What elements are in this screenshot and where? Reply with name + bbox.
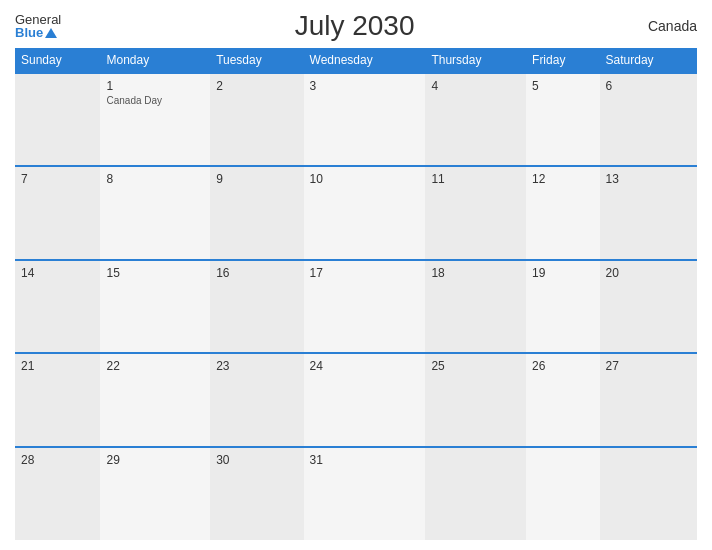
calendar-cell xyxy=(15,73,100,166)
weekday-header-tuesday: Tuesday xyxy=(210,48,303,73)
calendar-cell xyxy=(600,447,697,540)
day-number: 15 xyxy=(106,266,204,280)
day-number: 30 xyxy=(216,453,297,467)
day-number: 7 xyxy=(21,172,94,186)
calendar-week-row: 1Canada Day23456 xyxy=(15,73,697,166)
day-number: 1 xyxy=(106,79,204,93)
calendar-cell: 25 xyxy=(425,353,526,446)
weekday-header-friday: Friday xyxy=(526,48,600,73)
weekday-header-wednesday: Wednesday xyxy=(304,48,426,73)
day-number: 12 xyxy=(532,172,594,186)
calendar-cell: 15 xyxy=(100,260,210,353)
day-number: 24 xyxy=(310,359,420,373)
day-event: Canada Day xyxy=(106,95,204,106)
calendar-cell: 21 xyxy=(15,353,100,446)
day-number: 18 xyxy=(431,266,520,280)
calendar-cell: 19 xyxy=(526,260,600,353)
day-number: 22 xyxy=(106,359,204,373)
calendar-cell: 16 xyxy=(210,260,303,353)
country-label: Canada xyxy=(648,18,697,34)
calendar-cell: 11 xyxy=(425,166,526,259)
calendar-week-row: 14151617181920 xyxy=(15,260,697,353)
calendar-cell: 17 xyxy=(304,260,426,353)
calendar-cell: 2 xyxy=(210,73,303,166)
calendar-cell: 31 xyxy=(304,447,426,540)
calendar-cell: 7 xyxy=(15,166,100,259)
day-number: 8 xyxy=(106,172,204,186)
calendar-header-row: SundayMondayTuesdayWednesdayThursdayFrid… xyxy=(15,48,697,73)
day-number: 13 xyxy=(606,172,691,186)
calendar-body: 1Canada Day23456789101112131415161718192… xyxy=(15,73,697,540)
calendar-cell: 30 xyxy=(210,447,303,540)
day-number: 16 xyxy=(216,266,297,280)
calendar-week-row: 78910111213 xyxy=(15,166,697,259)
calendar-cell: 5 xyxy=(526,73,600,166)
day-number: 17 xyxy=(310,266,420,280)
day-number: 2 xyxy=(216,79,297,93)
calendar-cell: 14 xyxy=(15,260,100,353)
logo-triangle-icon xyxy=(45,28,57,38)
calendar-cell: 6 xyxy=(600,73,697,166)
day-number: 5 xyxy=(532,79,594,93)
logo: General Blue xyxy=(15,13,61,39)
day-number: 9 xyxy=(216,172,297,186)
calendar-table: SundayMondayTuesdayWednesdayThursdayFrid… xyxy=(15,48,697,540)
calendar-cell: 20 xyxy=(600,260,697,353)
calendar-cell: 4 xyxy=(425,73,526,166)
calendar-cell: 8 xyxy=(100,166,210,259)
day-number: 20 xyxy=(606,266,691,280)
day-number: 21 xyxy=(21,359,94,373)
day-number: 31 xyxy=(310,453,420,467)
day-number: 14 xyxy=(21,266,94,280)
calendar-cell: 12 xyxy=(526,166,600,259)
day-number: 26 xyxy=(532,359,594,373)
calendar-cell: 28 xyxy=(15,447,100,540)
day-number: 27 xyxy=(606,359,691,373)
calendar-cell: 23 xyxy=(210,353,303,446)
day-number: 3 xyxy=(310,79,420,93)
weekday-header-monday: Monday xyxy=(100,48,210,73)
calendar-cell: 29 xyxy=(100,447,210,540)
calendar-cell: 22 xyxy=(100,353,210,446)
calendar-cell xyxy=(425,447,526,540)
calendar-cell: 13 xyxy=(600,166,697,259)
calendar-header: General Blue July 2030 Canada xyxy=(15,10,697,42)
day-number: 6 xyxy=(606,79,691,93)
calendar-cell: 3 xyxy=(304,73,426,166)
weekday-header-saturday: Saturday xyxy=(600,48,697,73)
calendar-cell xyxy=(526,447,600,540)
calendar-cell: 10 xyxy=(304,166,426,259)
month-title: July 2030 xyxy=(61,10,648,42)
weekday-header-row: SundayMondayTuesdayWednesdayThursdayFrid… xyxy=(15,48,697,73)
day-number: 10 xyxy=(310,172,420,186)
calendar-cell: 9 xyxy=(210,166,303,259)
day-number: 23 xyxy=(216,359,297,373)
logo-blue-text: Blue xyxy=(15,26,61,39)
day-number: 11 xyxy=(431,172,520,186)
day-number: 25 xyxy=(431,359,520,373)
weekday-header-sunday: Sunday xyxy=(15,48,100,73)
calendar-cell: 24 xyxy=(304,353,426,446)
calendar-cell: 1Canada Day xyxy=(100,73,210,166)
calendar-cell: 18 xyxy=(425,260,526,353)
calendar-week-row: 28293031 xyxy=(15,447,697,540)
calendar-cell: 26 xyxy=(526,353,600,446)
day-number: 29 xyxy=(106,453,204,467)
calendar-cell: 27 xyxy=(600,353,697,446)
day-number: 28 xyxy=(21,453,94,467)
day-number: 4 xyxy=(431,79,520,93)
day-number: 19 xyxy=(532,266,594,280)
weekday-header-thursday: Thursday xyxy=(425,48,526,73)
calendar-week-row: 21222324252627 xyxy=(15,353,697,446)
